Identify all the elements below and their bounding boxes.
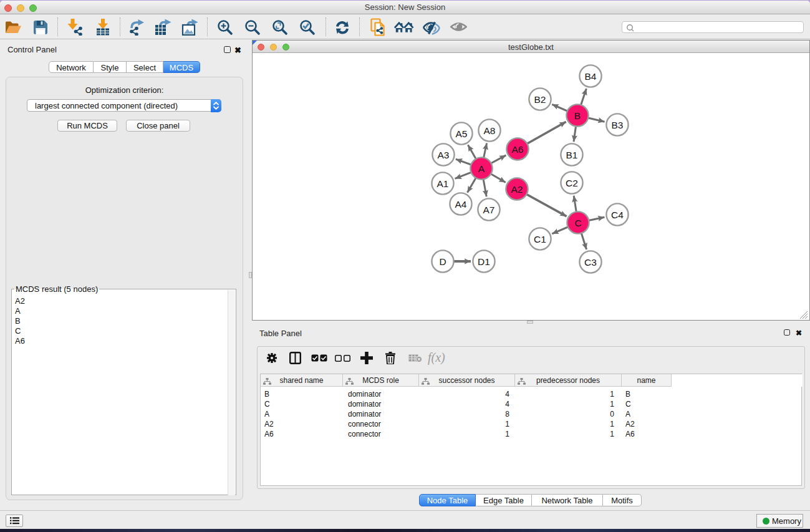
svg-text:A3: A3: [438, 150, 450, 160]
svg-text:B3: B3: [612, 120, 624, 130]
svg-text:A2: A2: [511, 184, 523, 195]
svg-text:C1: C1: [534, 234, 546, 244]
svg-text:B: B: [574, 110, 581, 121]
svg-text:A7: A7: [483, 205, 495, 215]
svg-text:D: D: [439, 256, 446, 267]
svg-text:A8: A8: [484, 125, 496, 136]
svg-text:C: C: [574, 218, 581, 228]
svg-text:C3: C3: [584, 257, 597, 268]
svg-text:C4: C4: [611, 210, 624, 220]
svg-text:A6: A6: [512, 144, 524, 155]
svg-text:A: A: [478, 163, 485, 174]
svg-text:C2: C2: [566, 178, 578, 188]
svg-text:A5: A5: [456, 128, 468, 139]
svg-text:A4: A4: [455, 199, 467, 210]
svg-text:B2: B2: [534, 94, 546, 105]
svg-text:B4: B4: [585, 71, 597, 82]
svg-text:D1: D1: [478, 256, 490, 267]
svg-text:B1: B1: [566, 150, 578, 160]
svg-text:A1: A1: [437, 178, 449, 189]
